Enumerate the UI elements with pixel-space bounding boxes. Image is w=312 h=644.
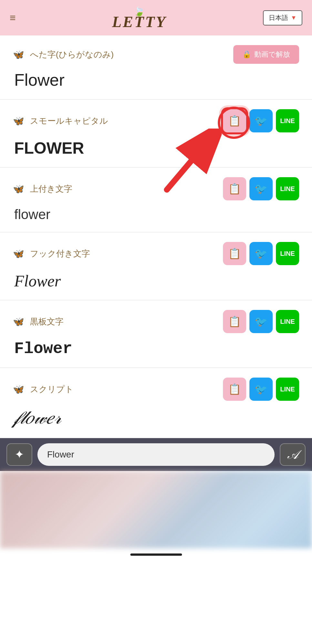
twitter-button[interactable]: 🐦	[249, 310, 273, 333]
script-actions: 📋 🐦 LINE	[223, 378, 299, 401]
blackboard-section-title: 🦋 黒板文字	[13, 316, 64, 327]
line-label: LINE	[280, 185, 295, 193]
heta-section-header: 🦋 へた字(ひらがなのみ) 🔒 動画で解放	[13, 45, 299, 64]
line-button[interactable]: LINE	[276, 378, 299, 401]
superscript-title-label: 上付き文字	[30, 183, 72, 195]
blackboard-section-header: 🦋 黒板文字 📋 🐦 LINE	[13, 310, 299, 333]
superscript-section-header: 🦋 上付き文字 📋 🐦 LINE	[13, 177, 299, 200]
lock-icon: 🔒	[242, 50, 251, 59]
twitter-button[interactable]: 🐦	[249, 109, 273, 132]
copy-button[interactable]: 📋	[223, 109, 246, 132]
twitter-button[interactable]: 🐦	[249, 177, 273, 200]
small-caps-actions: 📋 🐦 LINE	[223, 109, 299, 132]
line-button[interactable]: LINE	[276, 109, 299, 132]
heta-section-title: 🦋 へた字(ひらがなのみ)	[13, 49, 114, 60]
butterfly-icon: 🦋	[13, 316, 24, 327]
line-label: LINE	[280, 318, 295, 325]
twitter-icon: 🐦	[255, 383, 267, 395]
copy-icon: 📋	[228, 315, 241, 328]
superscript-font-display: flower	[14, 207, 299, 222]
script-title-label: スクリプト	[30, 384, 74, 395]
copy-icon: 📋	[228, 247, 241, 260]
copy-button[interactable]: 📋	[223, 378, 246, 401]
line-button[interactable]: LINE	[276, 177, 299, 200]
line-label: LINE	[280, 117, 295, 125]
butterfly-icon: 🦋	[13, 116, 24, 126]
copy-icon: 📋	[228, 183, 241, 195]
language-selector[interactable]: 日本語 ▼	[263, 10, 302, 25]
copy-button[interactable]: 📋	[223, 177, 246, 200]
butterfly-icon: 🦋	[13, 384, 24, 395]
script-font-display: 𝒻𝓁𝑜𝓌𝑒𝓇	[14, 407, 299, 428]
hook-section: 🦋 フック付き文字 📋 🐦 LINE Flower	[0, 232, 312, 300]
heta-font-display: Flower	[14, 70, 299, 90]
sparkle-icon: ✦	[15, 448, 24, 461]
hook-section-header: 🦋 フック付き文字 📋 🐦 LINE	[13, 242, 299, 265]
small-caps-section: 🦋 スモールキャピタル 📋 🐦 LINE FLOWER	[0, 100, 312, 168]
language-label: 日本語	[269, 14, 288, 22]
butterfly-icon: 🦋	[13, 248, 24, 259]
superscript-actions: 📋 🐦 LINE	[223, 177, 299, 200]
small-caps-section-title: 🦋 スモールキャピタル	[13, 115, 108, 127]
superscript-section: 🦋 上付き文字 📋 🐦 LINE flower	[0, 168, 312, 232]
script-section-title: 🦋 スクリプト	[13, 384, 74, 395]
app-logo: 🍃 LETTY	[112, 6, 166, 30]
font-style-icon: 𝒜	[287, 447, 298, 462]
blurred-preview-area	[0, 471, 312, 548]
butterfly-icon: 🦋	[13, 184, 24, 194]
copy-icon: 📋	[228, 383, 241, 395]
blackboard-section: 🦋 黒板文字 📋 🐦 LINE Flower	[0, 300, 312, 368]
home-bar	[130, 553, 182, 556]
twitter-button[interactable]: 🐦	[249, 378, 273, 401]
hook-font-display: Flower	[14, 272, 299, 290]
twitter-icon: 🐦	[255, 315, 267, 328]
script-section: 🦋 スクリプト 📋 🐦 LINE 𝒻𝓁𝑜𝓌𝑒𝓇	[0, 368, 312, 438]
font-style-button[interactable]: 𝒜	[280, 443, 306, 466]
twitter-button[interactable]: 🐦	[249, 242, 273, 265]
unlock-label: 動画で解放	[254, 50, 290, 59]
sparkle-button[interactable]: ✦	[6, 443, 32, 466]
line-button[interactable]: LINE	[276, 310, 299, 333]
text-input[interactable]	[37, 443, 275, 466]
hook-title-label: フック付き文字	[30, 248, 90, 259]
line-button[interactable]: LINE	[276, 242, 299, 265]
twitter-icon: 🐦	[255, 183, 267, 195]
logo-text: LETTY	[112, 14, 166, 30]
copy-button[interactable]: 📋	[223, 310, 246, 333]
blackboard-title-label: 黒板文字	[30, 316, 64, 327]
hook-actions: 📋 🐦 LINE	[223, 242, 299, 265]
script-section-header: 🦋 スクリプト 📋 🐦 LINE	[13, 378, 299, 401]
copy-icon: 📋	[228, 115, 241, 127]
unlock-button[interactable]: 🔒 動画で解放	[233, 45, 299, 64]
blackboard-actions: 📋 🐦 LINE	[223, 310, 299, 333]
menu-button[interactable]: ≡	[10, 13, 16, 23]
small-caps-title-label: スモールキャピタル	[30, 115, 108, 127]
butterfly-icon: 🦋	[13, 49, 24, 60]
copy-button[interactable]: 📋	[223, 242, 246, 265]
heta-title-label: へた字(ひらがなのみ)	[30, 49, 114, 60]
small-caps-section-header: 🦋 スモールキャピタル 📋 🐦 LINE	[13, 109, 299, 132]
heta-actions: 🔒 動画で解放	[233, 45, 299, 64]
line-label: LINE	[280, 386, 295, 393]
bottom-toolbar: ✦ 𝒜	[0, 438, 312, 471]
app-header: ≡ 🍃 LETTY 日本語 ▼	[0, 0, 312, 35]
hook-section-title: 🦋 フック付き文字	[13, 248, 90, 259]
twitter-icon: 🐦	[255, 247, 267, 260]
blackboard-font-display: Flower	[14, 340, 299, 358]
line-label: LINE	[280, 250, 295, 257]
main-content: 🦋 へた字(ひらがなのみ) 🔒 動画で解放 Flower	[0, 35, 312, 438]
superscript-section-title: 🦋 上付き文字	[13, 183, 72, 195]
home-indicator-bar	[0, 548, 312, 559]
small-caps-font-display: FLOWER	[14, 139, 299, 158]
heta-section: 🦋 へた字(ひらがなのみ) 🔒 動画で解放 Flower	[0, 35, 312, 100]
twitter-icon: 🐦	[255, 115, 267, 127]
dropdown-arrow-icon: ▼	[291, 14, 297, 21]
